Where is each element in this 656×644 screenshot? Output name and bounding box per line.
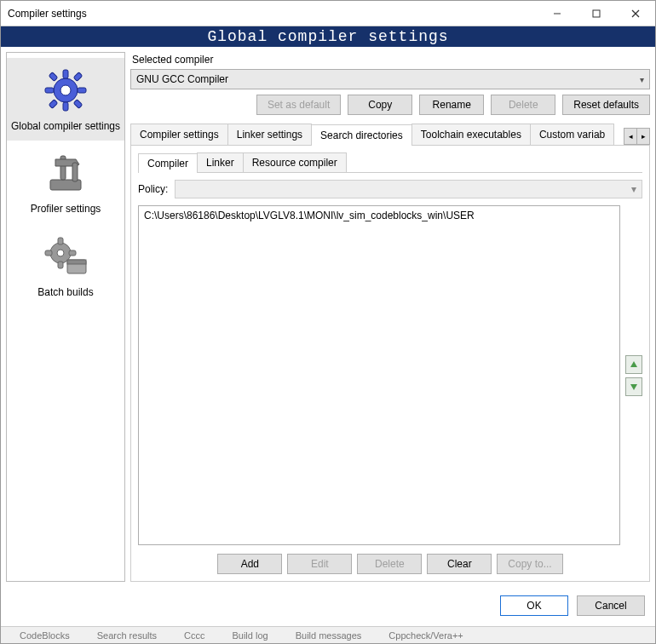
- svg-rect-1: [593, 10, 600, 17]
- tab-compiler-settings[interactable]: Compiler settings: [130, 124, 228, 145]
- left-nav: Global compiler settings Profiler settin…: [6, 52, 125, 582]
- selected-compiler-combo[interactable]: GNU GCC Compiler ▾: [130, 69, 650, 89]
- dialog-footer: OK Cancel: [1, 587, 655, 626]
- directory-list-area: C:\Users\86186\Desktop\LVGLV8.1\MONI\lv_…: [138, 205, 642, 545]
- svg-rect-9: [78, 88, 86, 93]
- tab-scroll-right[interactable]: ▸: [636, 128, 650, 145]
- policy-label: Policy:: [138, 183, 168, 195]
- compiler-buttons: Set as default Copy Rename Delete Reset …: [130, 95, 650, 115]
- nav-label: Global compiler settings: [9, 120, 123, 132]
- move-up-button[interactable]: [625, 355, 642, 374]
- svg-point-5: [60, 85, 71, 95]
- body-area: Global compiler settings Profiler settin…: [1, 47, 655, 587]
- tab-search-directories[interactable]: Search directories: [311, 124, 412, 146]
- move-down-button[interactable]: [625, 377, 642, 396]
- svg-rect-7: [63, 102, 68, 111]
- minimize-button[interactable]: [538, 1, 577, 26]
- cancel-button[interactable]: Cancel: [577, 595, 645, 616]
- subtab-compiler[interactable]: Compiler: [138, 153, 198, 173]
- svg-rect-11: [73, 72, 83, 82]
- reset-defaults-button[interactable]: Reset defaults: [562, 95, 650, 115]
- subtab-linker[interactable]: Linker: [197, 152, 244, 172]
- list-action-buttons: Add Edit Delete Clear Copy to...: [138, 554, 642, 574]
- banner-title: Global compiler settings: [1, 26, 655, 47]
- policy-combo[interactable]: ▾: [175, 180, 642, 198]
- tab-linker-settings[interactable]: Linker settings: [227, 124, 312, 145]
- copy-button[interactable]: Copy: [348, 95, 412, 115]
- svg-marker-25: [630, 361, 637, 367]
- edit-button[interactable]: Edit: [287, 554, 352, 574]
- titlebar: Compiler settings: [1, 1, 655, 26]
- svg-rect-22: [69, 250, 76, 256]
- tab-scroll-left[interactable]: ◂: [624, 128, 637, 145]
- svg-marker-26: [630, 384, 637, 390]
- list-item[interactable]: C:\Users\86186\Desktop\LVGLV8.1\MONI\lv_…: [144, 210, 614, 221]
- nav-label: Batch builds: [9, 286, 123, 298]
- tab-custom-variables[interactable]: Custom variab: [530, 124, 614, 145]
- nav-item-global-compiler[interactable]: Global compiler settings: [7, 58, 124, 141]
- svg-rect-6: [63, 70, 68, 78]
- tab-toolchain-executables[interactable]: Toolchain executables: [411, 124, 531, 145]
- selected-compiler-label: Selected compiler: [132, 54, 650, 66]
- settings-window: Compiler settings Global compiler settin…: [0, 0, 656, 644]
- svg-rect-13: [73, 100, 83, 109]
- rename-button[interactable]: Rename: [419, 95, 484, 115]
- search-directories-panel: Compiler Linker Resource compiler Policy…: [130, 146, 650, 582]
- policy-row: Policy: ▾: [138, 180, 642, 198]
- svg-rect-20: [58, 262, 63, 268]
- list-order-controls: [625, 205, 642, 545]
- svg-point-18: [57, 250, 64, 256]
- ok-button[interactable]: OK: [500, 595, 568, 616]
- set-default-button[interactable]: Set as default: [256, 95, 341, 115]
- nav-label: Profiler settings: [9, 203, 123, 215]
- directory-listbox[interactable]: C:\Users\86186\Desktop\LVGLV8.1\MONI\lv_…: [138, 205, 620, 545]
- svg-rect-24: [67, 260, 86, 264]
- outer-tabs: Compiler settings Linker settings Search…: [130, 124, 650, 146]
- nav-item-profiler[interactable]: Profiler settings: [7, 141, 124, 223]
- svg-rect-12: [49, 100, 58, 109]
- background-taskbar: CodeBlocks Search results Cccc Build log…: [1, 626, 655, 643]
- svg-rect-8: [45, 88, 54, 93]
- maximize-button[interactable]: [577, 1, 616, 26]
- gear-icon: [9, 66, 123, 117]
- window-title: Compiler settings: [8, 8, 87, 20]
- svg-rect-21: [45, 250, 52, 256]
- delete-compiler-button[interactable]: Delete: [491, 95, 555, 115]
- nav-item-batch-builds[interactable]: Batch builds: [7, 224, 124, 307]
- chevron-down-icon: ▾: [631, 183, 636, 195]
- copy-to-button[interactable]: Copy to...: [497, 554, 562, 574]
- svg-rect-10: [49, 72, 58, 82]
- clear-button[interactable]: Clear: [427, 554, 492, 574]
- subtab-resource-compiler[interactable]: Resource compiler: [243, 152, 347, 172]
- tab-scroll: ◂ ▸: [624, 128, 650, 145]
- svg-rect-16: [72, 163, 78, 181]
- selected-compiler-value: GNU GCC Compiler: [136, 73, 228, 85]
- profiler-icon: [9, 149, 123, 199]
- svg-rect-19: [58, 238, 63, 244]
- chevron-down-icon: ▾: [640, 75, 644, 84]
- inner-tabs: Compiler Linker Resource compiler: [138, 152, 642, 173]
- titlebar-controls: [538, 1, 655, 26]
- batch-builds-icon: [9, 233, 123, 283]
- delete-button[interactable]: Delete: [357, 554, 422, 574]
- right-pane: Selected compiler GNU GCC Compiler ▾ Set…: [130, 52, 650, 582]
- add-button[interactable]: Add: [217, 554, 282, 574]
- close-button[interactable]: [616, 1, 655, 26]
